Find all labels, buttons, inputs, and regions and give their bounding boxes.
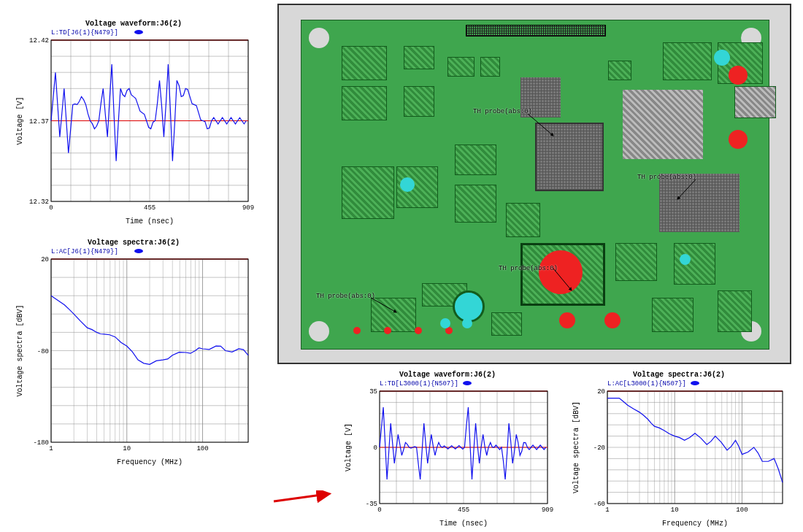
svg-text:12.32: 12.32 (29, 198, 49, 206)
svg-text:Frequency (MHz): Frequency (MHz) (117, 458, 182, 466)
svg-text:0: 0 (374, 444, 377, 452)
svg-line-84 (553, 269, 572, 290)
svg-text:Voltage waveform:J6(2): Voltage waveform:J6(2) (85, 20, 182, 28)
chart-voltage-spectra-j6-1: Voltage spectra:J6(2)L:AC[J6(1){N479}]-1… (13, 237, 254, 467)
svg-text:Time (nsec): Time (nsec) (439, 520, 488, 528)
svg-text:L:TD[L3000(1){N507}]: L:TD[L3000(1){N507}] (380, 380, 458, 388)
svg-text:Voltage spectra [dBV]: Voltage spectra [dBV] (572, 401, 580, 493)
svg-text:Voltage spectra [dBV]: Voltage spectra [dBV] (16, 304, 24, 396)
svg-point-2 (134, 30, 143, 34)
svg-line-168 (274, 494, 327, 501)
svg-text:20: 20 (597, 388, 605, 396)
svg-text:35: 35 (369, 388, 377, 396)
svg-text:L:TD[J6(1){N479}]: L:TD[J6(1){N479}] (51, 29, 118, 36)
svg-text:L:AC[J6(1){N479}]: L:AC[J6(1){N479}] (51, 248, 118, 255)
svg-text:1: 1 (49, 445, 53, 452)
svg-text:Voltage [V]: Voltage [V] (345, 423, 353, 471)
svg-point-38 (134, 249, 143, 253)
svg-text:-80: -80 (37, 348, 49, 355)
svg-text:909: 909 (542, 506, 553, 514)
svg-text:455: 455 (144, 204, 155, 212)
arrow-icon (270, 490, 336, 505)
svg-text:L:AC[L3000(1){N507}]: L:AC[L3000(1){N507}] (607, 380, 686, 388)
svg-text:-35: -35 (366, 501, 377, 508)
svg-text:12.37: 12.37 (29, 118, 49, 126)
svg-line-85 (371, 298, 396, 312)
svg-text:Voltage spectra:J6(2): Voltage spectra:J6(2) (633, 371, 725, 379)
svg-text:12.42: 12.42 (29, 37, 49, 45)
chart-voltage-waveform-j6-1: Voltage waveform:J6(2)L:TD[J6(1){N479}]1… (13, 18, 254, 226)
svg-text:-180: -180 (33, 439, 49, 447)
svg-line-82 (528, 114, 553, 136)
svg-text:455: 455 (458, 506, 469, 514)
svg-point-124 (691, 381, 699, 385)
svg-text:0: 0 (49, 204, 53, 212)
svg-point-88 (463, 381, 472, 385)
svg-text:-20: -20 (593, 444, 605, 452)
svg-text:909: 909 (242, 204, 254, 212)
svg-text:Voltage spectra:J6(2): Voltage spectra:J6(2) (88, 239, 180, 247)
chart-voltage-waveform-j6-2: Voltage waveform:J6(2)L:TD[L3000(1){N507… (342, 369, 553, 528)
pcb-layout-panel: TH probe(abs:0) TH probe(abs:0) TH probe… (277, 4, 791, 364)
svg-text:100: 100 (196, 445, 208, 452)
pcb-probe-arrows (301, 20, 769, 349)
pcb-board: TH probe(abs:0) TH probe(abs:0) TH probe… (301, 20, 769, 350)
chart-voltage-spectra-j6-2: Voltage spectra:J6(2)L:AC[L3000(1){N507}… (569, 369, 788, 528)
svg-text:-60: -60 (593, 501, 605, 508)
svg-text:10: 10 (123, 445, 131, 452)
svg-text:100: 100 (736, 506, 748, 514)
svg-text:10: 10 (671, 506, 679, 514)
svg-text:Voltage waveform:J6(2): Voltage waveform:J6(2) (399, 371, 496, 379)
svg-text:0: 0 (377, 506, 381, 514)
svg-line-83 (677, 180, 696, 199)
svg-text:Time (nsec): Time (nsec) (126, 217, 174, 225)
svg-text:1: 1 (605, 506, 609, 514)
svg-text:Frequency (MHz): Frequency (MHz) (662, 520, 728, 528)
svg-text:20: 20 (41, 256, 49, 263)
svg-text:Voltage [V]: Voltage [V] (16, 96, 24, 144)
